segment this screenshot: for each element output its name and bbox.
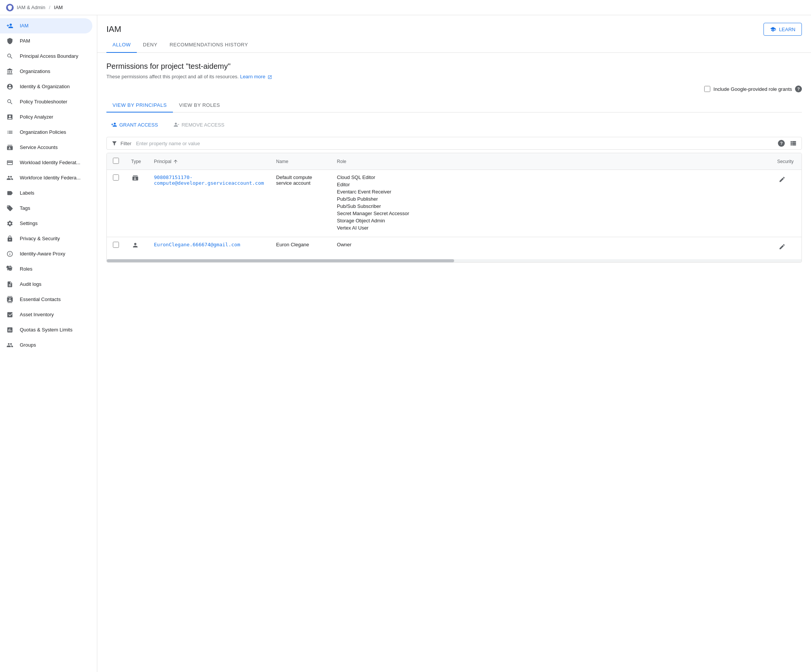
sidebar-item-label-orgs: Organizations xyxy=(20,68,86,75)
sidebar-item-label-audit-logs: Audit logs xyxy=(20,281,86,288)
grant-access-icon xyxy=(111,122,117,128)
col-header-type: Type xyxy=(125,153,148,170)
sidebar-item-label-policy-troubleshooter: Policy Troubleshooter xyxy=(20,98,86,105)
cell-role: Cloud SQL EditorEditorEventarc Event Rec… xyxy=(331,170,771,237)
tab-deny[interactable]: DENY xyxy=(137,37,163,53)
filter-input[interactable] xyxy=(136,141,775,146)
sidebar-item-principal-access-boundary[interactable]: Principal Access Boundary xyxy=(0,49,92,64)
sidebar-item-organization-policies[interactable]: Organization Policies xyxy=(0,125,92,140)
cell-principal: 908087151170-compute@developer.gservicea… xyxy=(148,170,270,237)
principals-table: Type Principal Name xyxy=(107,153,801,258)
tab-allow[interactable]: ALLOW xyxy=(107,37,137,53)
select-all-checkbox[interactable] xyxy=(113,158,119,164)
col-header-principal[interactable]: Principal xyxy=(148,153,270,170)
main-tabs: ALLOW DENY RECOMMENDATIONS HISTORY xyxy=(97,37,811,53)
sidebar-item-quotas[interactable]: Quotas & System Limits xyxy=(0,322,92,338)
horizontal-scrollbar[interactable] xyxy=(107,259,801,262)
tab-recommendations-history[interactable]: RECOMMENDATIONS HISTORY xyxy=(163,37,254,53)
edit-button[interactable] xyxy=(777,175,787,186)
learn-more-link[interactable]: Learn more xyxy=(240,74,272,80)
filter-actions: ? xyxy=(778,139,797,147)
shield-icon xyxy=(6,37,14,45)
edit-button[interactable] xyxy=(777,242,787,253)
sidebar-item-roles[interactable]: Roles xyxy=(0,261,92,277)
sidebar-item-organizations[interactable]: Organizations xyxy=(0,64,92,79)
sidebar-item-label-pab: Principal Access Boundary xyxy=(20,53,86,60)
sidebar-item-identity-organization[interactable]: Identity & Organization xyxy=(0,79,92,94)
org-icon xyxy=(6,68,14,75)
google-role-grants-checkbox[interactable] xyxy=(704,86,710,92)
cell-role: Owner xyxy=(331,237,771,258)
wrench-icon xyxy=(6,98,14,106)
sidebar-item-workload-identity[interactable]: Workload Identity Federat... xyxy=(0,155,92,170)
filter-label: Filter xyxy=(120,141,131,146)
sort-icon xyxy=(173,159,178,164)
sidebar-item-asset-inventory[interactable]: Asset Inventory xyxy=(0,307,92,322)
sidebar-item-label-tags: Tags xyxy=(20,205,86,212)
cell-security xyxy=(771,170,801,237)
table-body: 908087151170-compute@developer.gservicea… xyxy=(107,170,801,258)
sidebar-item-label-settings: Settings xyxy=(20,220,86,227)
table-header-row: Type Principal Name xyxy=(107,153,801,170)
sidebar-item-iam[interactable]: IAM xyxy=(0,18,92,34)
google-role-grants-label[interactable]: Include Google-provided role grants xyxy=(713,86,792,92)
list-icon xyxy=(6,129,14,136)
sidebar-item-label-policy-analyzer: Policy Analyzer xyxy=(20,114,86,120)
sidebar-item-label-iam: IAM xyxy=(20,22,86,29)
sidebar-item-policy-analyzer[interactable]: Policy Analyzer xyxy=(0,109,92,125)
sidebar-item-settings[interactable]: Settings xyxy=(0,216,92,231)
tab-view-by-principals[interactable]: VIEW BY PRINCIPALS xyxy=(107,98,173,112)
external-link-icon xyxy=(268,75,272,80)
col-header-name: Name xyxy=(270,153,331,170)
sidebar-item-workforce-identity[interactable]: Workforce Identity Federa... xyxy=(0,170,92,185)
cell-principal: EuronClegane.666674@gmail.com xyxy=(148,237,270,258)
privacy-icon xyxy=(6,235,14,243)
sidebar-item-label-iap: Identity-Aware Proxy xyxy=(20,251,86,257)
gear-icon xyxy=(6,220,14,227)
roles-icon xyxy=(6,265,14,273)
column-settings-icon[interactable] xyxy=(789,139,797,147)
quotas-icon xyxy=(6,326,14,334)
cell-type xyxy=(125,170,148,237)
sidebar-item-iap[interactable]: Identity-Aware Proxy xyxy=(0,246,92,261)
sidebar-item-pam[interactable]: PAM xyxy=(0,34,92,49)
role-item: Storage Object Admin xyxy=(337,218,765,224)
sidebar-item-audit-logs[interactable]: Audit logs xyxy=(0,277,92,292)
boundary-icon xyxy=(6,53,14,60)
contacts-icon xyxy=(6,296,14,303)
action-bar: GRANT ACCESS REMOVE ACCESS xyxy=(107,119,802,131)
audit-icon xyxy=(6,280,14,288)
sidebar: IAM PAM Principal Access Boundary Organi… xyxy=(0,15,97,672)
person-add-icon xyxy=(6,22,14,30)
sidebar-item-label-essential-contacts: Essential Contacts xyxy=(20,296,86,303)
sidebar-item-groups[interactable]: Groups xyxy=(0,338,92,353)
service-account-icon xyxy=(6,144,14,151)
sidebar-item-service-accounts[interactable]: Service Accounts xyxy=(0,140,92,155)
page-title: IAM xyxy=(107,24,121,34)
label-icon xyxy=(6,189,14,197)
sidebar-item-privacy-security[interactable]: Privacy & Security xyxy=(0,231,92,246)
role-item: Eventarc Event Receiver xyxy=(337,189,765,195)
iam-table: Type Principal Name xyxy=(107,153,802,263)
remove-access-button[interactable]: REMOVE ACCESS xyxy=(169,119,229,131)
filter-help-icon[interactable]: ? xyxy=(778,140,785,147)
tab-view-by-roles[interactable]: VIEW BY ROLES xyxy=(173,98,226,112)
sidebar-item-policy-troubleshooter[interactable]: Policy Troubleshooter xyxy=(0,94,92,109)
breadcrumb: IAM & Admin / IAM xyxy=(17,5,63,10)
learn-button[interactable]: LEARN xyxy=(763,23,802,36)
sidebar-item-label-privacy-security: Privacy & Security xyxy=(20,235,86,242)
help-icon[interactable]: ? xyxy=(795,85,802,92)
service-account-type-icon xyxy=(131,175,142,181)
sidebar-item-essential-contacts[interactable]: Essential Contacts xyxy=(0,292,92,307)
report-icon xyxy=(6,113,14,121)
role-item: Cloud SQL Editor xyxy=(337,175,765,180)
permissions-desc: These permissions affect this project an… xyxy=(107,74,802,80)
learn-icon xyxy=(770,26,776,32)
row-checkbox[interactable] xyxy=(113,242,119,248)
grant-access-button[interactable]: GRANT ACCESS xyxy=(107,119,163,131)
row-checkbox[interactable] xyxy=(113,175,119,180)
sidebar-item-tags[interactable]: Tags xyxy=(0,201,92,216)
sidebar-item-labels[interactable]: Labels xyxy=(0,185,92,201)
view-tabs: VIEW BY PRINCIPALS VIEW BY ROLES xyxy=(107,98,802,112)
main-content: IAM LEARN ALLOW DENY RECOMMENDATIONS HIS… xyxy=(97,15,811,672)
